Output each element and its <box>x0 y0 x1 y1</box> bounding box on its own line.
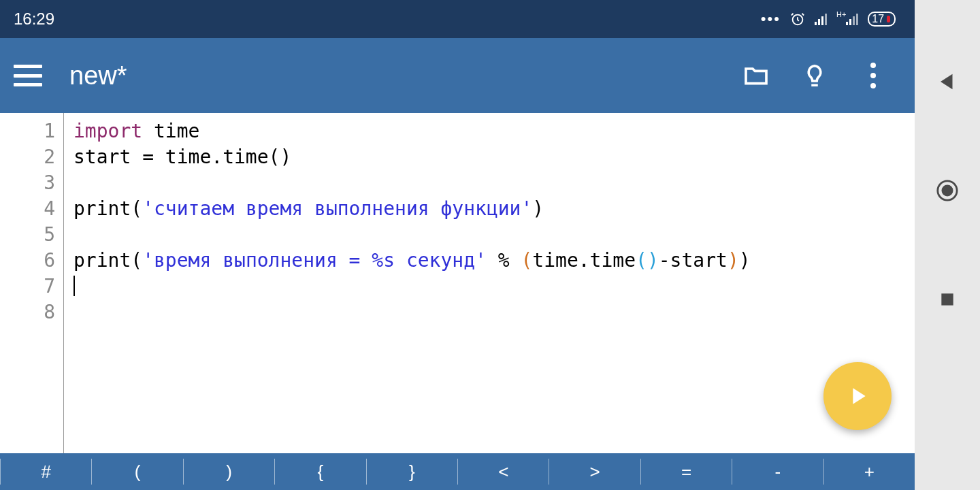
code-editor[interactable]: 1 2 3 4 5 6 7 8 import time start = time… <box>0 113 915 453</box>
file-title: new* <box>69 61 715 91</box>
signal2-icon: H+ <box>836 13 858 25</box>
signal-icon <box>815 13 827 25</box>
lightbulb-button[interactable] <box>800 61 829 90</box>
sym-lparen[interactable]: ( <box>92 453 182 490</box>
folder-button[interactable] <box>742 61 770 90</box>
status-icons: ••• H+ 17 <box>761 10 896 28</box>
app-bar: new* <box>0 38 915 113</box>
device-nav-bar <box>915 0 980 490</box>
menu-button[interactable] <box>14 65 42 86</box>
nav-recent-icon <box>938 291 956 308</box>
sym-hash[interactable]: # <box>1 453 91 490</box>
nav-back-icon <box>937 71 958 92</box>
sym-rparen[interactable]: ) <box>184 453 274 490</box>
play-icon <box>844 382 871 410</box>
sym-rbrace[interactable]: } <box>367 453 457 490</box>
string: время выполнения = %s секунд <box>154 249 475 272</box>
line-number: 7 <box>0 274 55 299</box>
sym-minus[interactable]: - <box>732 453 823 490</box>
nav-back-button[interactable] <box>932 66 963 97</box>
svg-point-2 <box>942 185 953 197</box>
line-gutter: 1 2 3 4 5 6 7 8 <box>0 113 64 453</box>
line-number: 2 <box>0 144 55 170</box>
code-text: start = time.time() <box>74 146 291 168</box>
code-text: time <box>142 120 199 142</box>
more-icon: ••• <box>761 10 781 28</box>
run-button[interactable] <box>823 362 892 430</box>
status-time: 16:29 <box>14 10 54 29</box>
line-number: 6 <box>0 248 55 274</box>
string: считаем время выполнения функции <box>154 197 521 220</box>
alarm-icon <box>790 12 805 27</box>
battery-level: 17 <box>872 13 884 25</box>
nav-recent-button[interactable] <box>932 284 963 315</box>
text-cursor <box>74 276 75 296</box>
code-area[interactable]: import time start = time.time() print('с… <box>64 113 751 453</box>
sym-lt[interactable]: < <box>458 453 549 490</box>
line-number: 8 <box>0 299 55 325</box>
nav-home-icon <box>936 179 959 202</box>
line-number: 5 <box>0 222 55 248</box>
nav-home-button[interactable] <box>932 175 963 206</box>
sym-lbrace[interactable]: { <box>275 453 365 490</box>
sym-eq[interactable]: = <box>641 453 732 490</box>
symbol-bar: # ( ) { } < > = - + <box>0 453 915 490</box>
func: print <box>74 197 131 220</box>
line-number: 3 <box>0 170 55 196</box>
status-bar: 16:29 ••• H+ 17 <box>0 0 915 38</box>
func: print <box>74 249 131 272</box>
svg-rect-3 <box>941 293 953 305</box>
line-number: 1 <box>0 118 55 144</box>
sym-plus[interactable]: + <box>824 453 915 490</box>
battery-icon: 17 <box>868 12 896 27</box>
line-number: 4 <box>0 196 55 222</box>
overflow-button[interactable] <box>859 61 887 90</box>
keyword: import <box>74 120 142 142</box>
sym-gt[interactable]: > <box>549 453 640 490</box>
